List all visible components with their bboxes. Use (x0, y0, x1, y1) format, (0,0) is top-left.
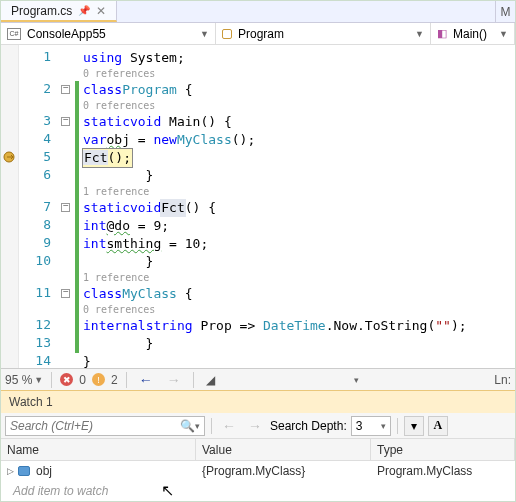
col-header-type[interactable]: Type (371, 439, 515, 460)
chevron-down-icon: ▼ (415, 29, 424, 39)
codelens-references[interactable]: 0 references (83, 303, 515, 317)
line-number: 2 (19, 81, 59, 99)
code-line[interactable]: } (83, 335, 515, 353)
breakpoint-gutter[interactable] (1, 45, 19, 368)
watch-value-cell[interactable]: {Program.MyClass} (196, 464, 371, 478)
pin-icon[interactable]: 📌 (78, 5, 90, 16)
project-dropdown[interactable]: C# ConsoleApp55 ▼ (1, 23, 216, 44)
change-marker (75, 271, 79, 285)
change-marker (75, 199, 79, 217)
filter-button[interactable]: ▾ (404, 416, 424, 436)
chevron-down-icon: ▼ (499, 29, 508, 39)
change-marker (75, 167, 79, 185)
code-line[interactable]: int smthing = 10; (83, 235, 515, 253)
change-marker (75, 113, 79, 131)
search-icon[interactable]: 🔍 (180, 419, 195, 433)
document-tabbar: Program.cs 📌 ✕ M (1, 1, 515, 23)
separator (211, 418, 212, 434)
line-number: 7 (19, 199, 59, 217)
line-number: 12 (19, 317, 59, 335)
error-count: 0 (79, 373, 86, 387)
code-nav-bar: C# ConsoleApp55 ▼ Program ▼ ◧ Main() ▼ (1, 23, 515, 45)
current-statement-icon[interactable] (3, 151, 17, 166)
chevron-down-icon[interactable]: ▾ (195, 421, 200, 431)
fold-gutter[interactable] (59, 45, 75, 368)
code-line[interactable]: static void Fct() { (83, 199, 515, 217)
method-icon: ◧ (437, 27, 447, 40)
code-line[interactable]: Fct(); (83, 149, 515, 167)
add-item-placeholder[interactable]: Add item to watch (1, 484, 196, 498)
line-number: 1 (19, 49, 59, 67)
fold-toggle[interactable] (61, 203, 70, 212)
warning-icon[interactable]: ! (92, 373, 105, 386)
nav-back-button[interactable]: ← (135, 372, 157, 388)
line-number: 6 (19, 167, 59, 185)
class-dropdown[interactable]: Program ▼ (216, 23, 431, 44)
code-editor[interactable]: 1234567891011121314 using System; 0 refe… (1, 45, 515, 368)
fold-toggle[interactable] (61, 117, 70, 126)
change-marker (75, 285, 79, 303)
close-icon[interactable]: ✕ (96, 4, 106, 18)
code-area[interactable]: using System; 0 referencesclass Program … (79, 45, 515, 368)
search-depth-dropdown[interactable]: 3 ▾ (351, 416, 391, 436)
chevron-down-icon[interactable]: ▾ (354, 375, 359, 385)
watch-title-bar[interactable]: Watch 1 (1, 391, 515, 413)
code-line[interactable]: internal string Prop => DateTime.Now.ToS… (83, 317, 515, 335)
zoom-dropdown[interactable]: 95 % ▼ (5, 373, 43, 387)
member-name: Main() (453, 27, 487, 41)
codelens-references[interactable]: 0 references (83, 99, 515, 113)
line-number: 3 (19, 113, 59, 131)
depth-value: 3 (356, 419, 363, 433)
expand-icon[interactable]: ▷ (7, 466, 14, 476)
line-number (19, 99, 59, 113)
watch-panel: Watch 1 🔍 ▾ ← → Search Depth: 3 ▾ ▾ A Na… (1, 390, 515, 501)
tab-overflow-button[interactable]: M (495, 1, 515, 22)
change-marker (75, 185, 79, 199)
separator (126, 372, 127, 388)
flag-icon[interactable]: ◢ (202, 373, 219, 387)
chevron-down-icon: ▼ (200, 29, 209, 39)
line-number: 13 (19, 335, 59, 353)
watch-name-cell[interactable]: ▷obj (1, 464, 196, 478)
watch-toolbar: 🔍 ▾ ← → Search Depth: 3 ▾ ▾ A (1, 413, 515, 439)
chevron-down-icon: ▼ (34, 375, 43, 385)
code-line[interactable]: int @do = 9; (83, 217, 515, 235)
line-number (19, 185, 59, 199)
code-line[interactable]: var obj = new MyClass(); (83, 131, 515, 149)
col-header-value[interactable]: Value (196, 439, 371, 460)
codelens-references[interactable]: 0 references (83, 67, 515, 81)
watch-search-box[interactable]: 🔍 ▾ (5, 416, 205, 436)
document-tab-program[interactable]: Program.cs 📌 ✕ (1, 1, 117, 22)
codelens-references[interactable]: 1 reference (83, 271, 515, 285)
project-name: ConsoleApp55 (27, 27, 106, 41)
line-number (19, 271, 59, 285)
separator (51, 372, 52, 388)
watch-row[interactable]: ▷obj{Program.MyClass}Program.MyClass (1, 461, 515, 481)
code-line[interactable]: static void Main() { (83, 113, 515, 131)
object-icon (18, 466, 30, 476)
change-marker (75, 253, 79, 271)
change-marker (75, 99, 79, 113)
line-number (19, 67, 59, 81)
line-number: 14 (19, 353, 59, 368)
csharp-project-icon: C# (7, 28, 21, 40)
tab-title: Program.cs (11, 4, 72, 18)
fold-toggle[interactable] (61, 85, 70, 94)
chevron-down-icon: ▾ (381, 421, 386, 431)
line-number: 8 (19, 217, 59, 235)
member-dropdown[interactable]: ◧ Main() ▼ (431, 23, 515, 44)
class-name: Program (238, 27, 284, 41)
separator (397, 418, 398, 434)
codelens-references[interactable]: 1 reference (83, 185, 515, 199)
change-marker (75, 303, 79, 317)
watch-add-row[interactable]: Add item to watch ↖ (1, 481, 515, 501)
warning-count: 2 (111, 373, 118, 387)
change-marker (75, 317, 79, 335)
fold-toggle[interactable] (61, 289, 70, 298)
search-input[interactable] (10, 419, 180, 433)
error-icon[interactable]: ✖ (60, 373, 73, 386)
text-format-button[interactable]: A (428, 416, 448, 436)
search-next-button: → (244, 418, 266, 434)
col-header-name[interactable]: Name (1, 439, 196, 460)
code-line[interactable]: } (83, 353, 515, 368)
